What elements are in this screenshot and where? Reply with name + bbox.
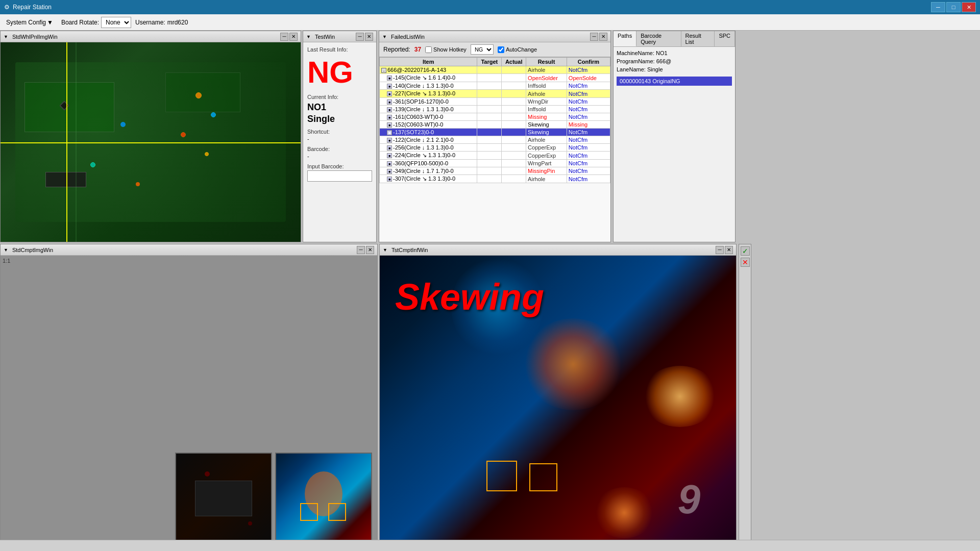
test-panel-title: TestWin [315, 34, 335, 40]
failed-panel-minimize[interactable]: ─ [590, 33, 598, 41]
bottom-left-minimize[interactable]: ─ [357, 246, 365, 254]
shortcut-value: - [307, 136, 372, 142]
col-target[interactable]: Target [477, 58, 502, 66]
maximize-button[interactable]: □ [946, 2, 961, 12]
side-btn-1[interactable]: ✓ [741, 246, 750, 256]
cell-result: Inffsold [526, 82, 567, 90]
test-panel-close[interactable]: ✕ [365, 33, 373, 41]
cell-confirm: NotCfm [567, 66, 610, 74]
cell-result: Airhole [526, 175, 567, 183]
failed-panel-arrow: ▼ [382, 34, 387, 39]
cell-confirm: NotCfm [567, 160, 610, 167]
cell-actual [502, 98, 526, 106]
col-item[interactable]: Item [380, 58, 477, 66]
board-rotate-select[interactable]: None 90 180 270 [101, 17, 131, 28]
table-row[interactable]: ■-307(Circle ↘ 1.3 1.3)0-0 Airhole NotCf… [380, 175, 610, 183]
tab-barcode-query[interactable]: Barcode Query [636, 31, 681, 46]
right-content: MachineName: NO1 ProgramName: 666@ LaneN… [614, 47, 735, 90]
cell-result: Airhole [526, 136, 567, 144]
pcb-panel-close[interactable]: ✕ [289, 33, 298, 41]
table-row[interactable]: ■-349(Circle ↓ 1.7 1.7)0-0 MissingPin No… [380, 167, 610, 175]
far-right-panel: ✓ ✕ [739, 244, 751, 551]
cell-confirm: NotCfm [567, 136, 610, 144]
cell-confirm: NotCfm [567, 152, 610, 160]
program-name-row: ProgramName: 666@ [617, 58, 732, 64]
show-hotkey-checkbox[interactable] [425, 46, 432, 53]
cell-result: Inffsold [526, 106, 567, 113]
system-config-menu[interactable]: System Config ▼ [2, 17, 57, 28]
cell-target [477, 90, 502, 98]
cell-actual [502, 167, 526, 175]
barcode-input[interactable] [307, 170, 372, 182]
autochange-checkbox-label[interactable]: AutoChange [498, 46, 537, 53]
cell-item: ■-161(C0603-WT)0-0 [380, 113, 477, 121]
bottom-left-close[interactable]: ✕ [366, 246, 374, 254]
tab-result-list[interactable]: Result List [681, 31, 715, 46]
failed-table-wrapper[interactable]: Item Target Actual Result Confirm -666@-… [379, 57, 610, 240]
cell-target [477, 175, 502, 183]
autochange-checkbox[interactable] [498, 46, 504, 53]
failed-table: Item Target Actual Result Confirm -666@-… [379, 57, 610, 183]
tab-spc[interactable]: SPC [715, 31, 735, 46]
show-hotkey-checkbox-label[interactable]: Show Hotkey [425, 46, 467, 53]
username-label: Username: [135, 19, 165, 26]
cell-item: ■-140(Circle ↓ 1.3 1.3)0-0 [380, 82, 477, 90]
table-row[interactable]: ■-161(C0603-WT)0-0 Missing NotCfm [380, 113, 610, 121]
pcb-panel-minimize[interactable]: ─ [280, 33, 288, 41]
cell-item: ■-349(Circle ↓ 1.7 1.7)0-0 [380, 167, 477, 175]
status-bar [0, 540, 980, 551]
cell-item: ■-307(Circle ↘ 1.3 1.3)0-0 [380, 175, 477, 183]
last-result-label: Last Result Info: [307, 46, 372, 53]
table-row[interactable]: ■-139(Circle ↓ 1.3 1.3)0-0 Inffsold NotC… [380, 106, 610, 113]
table-row[interactable]: ■-145(Circle ↘ 1.6 1.4)0-0 OpenSolder Op… [380, 74, 610, 82]
cell-actual [502, 175, 526, 183]
cell-actual [502, 66, 526, 74]
table-row[interactable]: ■-224(Circle ↘ 1.3 1.3)0-0 CopperExp Not… [380, 152, 610, 160]
cell-item: ■-224(Circle ↘ 1.3 1.3)0-0 [380, 152, 477, 160]
bottom-right-panel: ▼ TstCmptInfWin ─ ✕ Skewing 9 [379, 244, 737, 551]
col-actual[interactable]: Actual [502, 58, 526, 66]
minimize-button[interactable]: ─ [931, 2, 945, 12]
failed-panel-close[interactable]: ✕ [599, 33, 607, 41]
thermal-overlay-box-2 [529, 463, 557, 491]
testing-select[interactable]: NG OK All [471, 44, 494, 55]
username-group: Username: mrd620 [135, 19, 188, 26]
result-list-item[interactable]: 0000000143 OriginalNG [617, 77, 732, 86]
panel-arrow-icon: ▼ [4, 34, 8, 39]
table-row[interactable]: ■-360(QFP100-500)0-0 WrngPart NotCfm [380, 160, 610, 167]
reported-count: 37 [414, 46, 421, 53]
cell-target [477, 160, 502, 167]
shortcut-label: Shortcut: [307, 129, 372, 135]
col-result[interactable]: Result [526, 58, 567, 66]
cell-actual [502, 160, 526, 167]
cell-confirm: Missing [567, 121, 610, 129]
table-row[interactable]: ■-256(Circle ↓ 1.3 1.3)0-0 CopperExp Not… [380, 144, 610, 152]
cell-item: ■-360(QFP100-500)0-0 [380, 160, 477, 167]
bottom-right-minimize[interactable]: ─ [716, 246, 724, 254]
cell-confirm: NotCfm [567, 175, 610, 183]
x-icon: ✕ [742, 258, 748, 266]
cell-confirm: NotCfm [567, 167, 610, 175]
barcode-value: - [307, 153, 372, 159]
table-row[interactable]: -666@-20220716-A-143 Airhole NotCfm [380, 66, 610, 74]
table-row[interactable]: ■-137(SOT23)0-0 Skewing NotCfm [380, 129, 610, 136]
side-btn-2[interactable]: ✕ [741, 258, 750, 267]
close-button[interactable]: ✕ [962, 2, 976, 12]
cell-item: ■-122(Circle ↓ 2.1 2.1)0-0 [380, 136, 477, 144]
title-bar-controls: ─ □ ✕ [931, 2, 976, 12]
table-row[interactable]: ■-152(C0603-WT)0-0 Skewing Missing [380, 121, 610, 129]
board-rotate-group: Board Rotate: None 90 180 270 [61, 17, 131, 28]
bottom-right-close[interactable]: ✕ [725, 246, 733, 254]
table-row[interactable]: ■-140(Circle ↓ 1.3 1.3)0-0 Inffsold NotC… [380, 82, 610, 90]
cell-confirm: NotCfm [567, 98, 610, 106]
test-panel-minimize[interactable]: ─ [356, 33, 364, 41]
bottom-left-content: 1:1 [1, 256, 377, 551]
col-confirm[interactable]: Confirm [567, 58, 610, 66]
pcb-image [1, 42, 301, 242]
table-row[interactable]: ■-227(Circle ↘ 1.3 1.3)0-0 Airhole NotCf… [380, 90, 610, 98]
cell-confirm: NotCfm [567, 144, 610, 152]
tab-paths[interactable]: Paths [614, 31, 636, 46]
barcode-label: Barcode: [307, 146, 372, 152]
table-row[interactable]: ■-361(SOP16-1270)0-0 WrngDir NotCfm [380, 98, 610, 106]
table-row[interactable]: ■-122(Circle ↓ 2.1 2.1)0-0 Airhole NotCf… [380, 136, 610, 144]
